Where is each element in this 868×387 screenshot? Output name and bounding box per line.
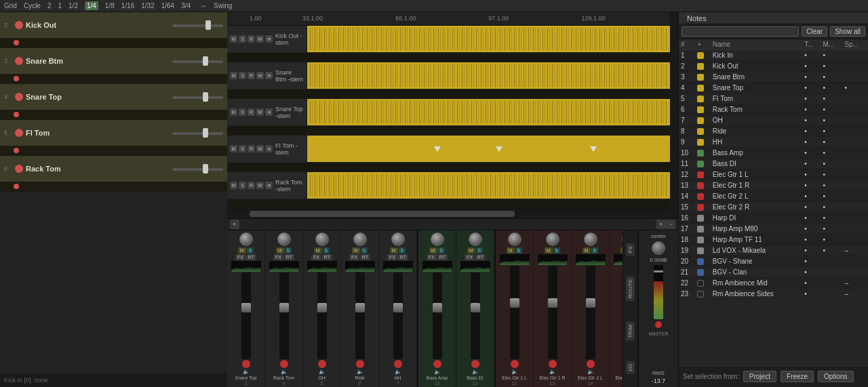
horizontal-scrollbar[interactable] [227, 209, 670, 218]
mute-btn-bd[interactable]: M [467, 247, 475, 253]
mute-btn-hh[interactable]: M [390, 247, 398, 253]
fader-knob-bass-amp[interactable] [433, 303, 442, 312]
mute-btn-eg1r[interactable]: M [545, 247, 553, 253]
fx-btn-ride[interactable]: FX [349, 254, 359, 260]
table-row[interactable]: 10Bass Amp•• [679, 148, 868, 159]
wtrack-fi-tom-waveform[interactable] [307, 136, 670, 162]
scroll-thumb[interactable] [250, 211, 515, 217]
tb-val-7[interactable]: 1/32 [141, 2, 154, 9]
mute-btn-eg1l[interactable]: M [507, 247, 515, 253]
fader-hh[interactable] [393, 272, 403, 359]
table-row[interactable]: 22Rm Ambience Mid•– [679, 278, 868, 289]
read-icon[interactable]: R [248, 35, 255, 43]
table-row[interactable]: 9HH•• [679, 137, 868, 148]
route-btn-st[interactable]: RT [246, 254, 256, 260]
track-4-header[interactable]: 4 Snare Top [0, 84, 227, 110]
track-3-fader[interactable] [172, 56, 223, 66]
track-4-record-btn[interactable] [15, 93, 23, 101]
mute-icon[interactable]: M [230, 35, 237, 43]
read-btn-snare-btm[interactable]: R [248, 72, 255, 79]
wave-btn-fi-tom[interactable]: ≋ [265, 145, 273, 152]
mute-btn-rt[interactable]: M [276, 247, 284, 253]
write-icon[interactable]: W [256, 35, 264, 43]
table-row[interactable]: 5FI Tom•• [679, 94, 868, 104]
fader-knob-ride[interactable] [355, 303, 365, 312]
solo-btn-snare-top[interactable]: S [239, 108, 246, 116]
mute-btn-rack-tom[interactable]: M [230, 182, 237, 189]
track-2-record-btn[interactable] [15, 21, 23, 29]
track-2-fader[interactable] [172, 20, 223, 30]
notes-tab[interactable]: Notes [683, 14, 711, 22]
knob-bass-di[interactable] [469, 232, 482, 246]
mute-btn-oh[interactable]: M [314, 247, 322, 253]
fader-eg2l[interactable] [586, 266, 595, 359]
table-row[interactable]: 16Harp DI•• [679, 213, 868, 224]
solo-btn-bd[interactable]: S [476, 247, 484, 253]
mute-btn-fi-tom[interactable]: M [230, 145, 237, 152]
read-btn-rack-tom[interactable]: R [248, 182, 255, 189]
waveform-icon[interactable]: ≋ [265, 35, 273, 43]
master-rec-btn[interactable] [655, 321, 662, 328]
table-row[interactable]: 23Rm Ambience Sides•– [679, 289, 868, 300]
track-6-fader-knob[interactable] [203, 164, 208, 174]
tb-val-4[interactable]: 1/4 [85, 1, 98, 10]
fader-eg1r[interactable] [548, 266, 557, 359]
solo-icon[interactable]: S [239, 35, 246, 43]
fader-knob-hh[interactable] [393, 303, 403, 312]
track-2-fader-knob[interactable] [205, 20, 211, 30]
search-input[interactable] [682, 26, 799, 37]
fx-btn-st[interactable]: FX [235, 254, 245, 260]
trim-side-btn[interactable]: TRIM [626, 322, 635, 341]
mute-btn-st[interactable]: M [238, 247, 246, 253]
read-btn-fi-tom[interactable]: R [248, 145, 255, 152]
fx-btn-ba[interactable]: FX [427, 254, 437, 260]
mute-btn-ride[interactable]: M [352, 247, 360, 253]
rec-eg1l[interactable] [511, 360, 519, 368]
add-track-btn[interactable]: + [230, 220, 239, 229]
solo-btn-eg1l[interactable]: S [515, 247, 523, 253]
solo-btn-fi-tom[interactable]: S [239, 145, 246, 152]
table-row[interactable]: 17Harp Amp M80•• [679, 224, 868, 235]
knob-hh[interactable] [391, 232, 405, 246]
table-row[interactable]: 3Snare Btm•• [679, 72, 868, 83]
table-row[interactable]: 15Elec Gtr 2 R•• [679, 202, 868, 213]
fader-snare-top[interactable] [241, 272, 251, 359]
wtrack-snare-btm-waveform[interactable] [307, 62, 670, 89]
fader-oh[interactable] [317, 272, 327, 359]
table-row[interactable]: 19Ld VOX - Mikaela••– [679, 245, 868, 256]
track-5-fader-knob[interactable] [203, 128, 208, 138]
master-knob[interactable] [652, 241, 665, 255]
solo-btn-eg1r[interactable]: S [553, 247, 561, 253]
knob-rack-tom[interactable] [277, 232, 291, 246]
track-6-header[interactable]: 6 Rack Tom [0, 156, 227, 182]
mute-btn-snare-top[interactable]: M [230, 108, 237, 116]
wtrack-rack-tom-waveform[interactable] [307, 172, 670, 199]
tb-val-5[interactable]: 1/8 [105, 2, 115, 9]
fader-bass-amp[interactable] [433, 272, 442, 359]
rec-btn-bass-di[interactable] [471, 360, 479, 368]
solo-btn-rack-tom[interactable]: S [239, 182, 246, 189]
rec-eg1r[interactable] [549, 360, 557, 368]
write-btn-snare-top[interactable]: W [256, 108, 264, 116]
rec-btn-ride[interactable] [356, 360, 364, 368]
solo-btn-oh[interactable]: S [323, 247, 330, 253]
mute-btn-eg2l[interactable]: M [583, 247, 591, 253]
tb-val-1[interactable]: 2 [47, 2, 52, 9]
route-btn-ba[interactable]: RT [437, 254, 448, 260]
solo-btn-ride[interactable]: S [361, 247, 368, 253]
knob-eg1r[interactable] [546, 232, 559, 246]
knob-bass-amp[interactable] [431, 232, 444, 246]
zoom-in-icon[interactable]: + [656, 220, 666, 229]
show-all-button[interactable]: Show all [830, 26, 865, 37]
rec-btn-oh[interactable] [318, 360, 326, 368]
options-button[interactable]: Options [818, 371, 853, 382]
tb-val-2[interactable]: 1 [58, 2, 62, 9]
knob-ride[interactable] [353, 232, 367, 246]
fader-knob-oh[interactable] [317, 303, 327, 312]
rec-btn-rack-tom[interactable] [280, 360, 288, 368]
fx-side-btn[interactable]: FX [626, 243, 635, 256]
table-row[interactable]: 11Bass DI•• [679, 159, 868, 169]
zoom-out-icon[interactable]: - [666, 220, 675, 229]
clear-button[interactable]: Clear [802, 26, 827, 37]
table-row[interactable]: 1Kick In•• [679, 50, 868, 61]
